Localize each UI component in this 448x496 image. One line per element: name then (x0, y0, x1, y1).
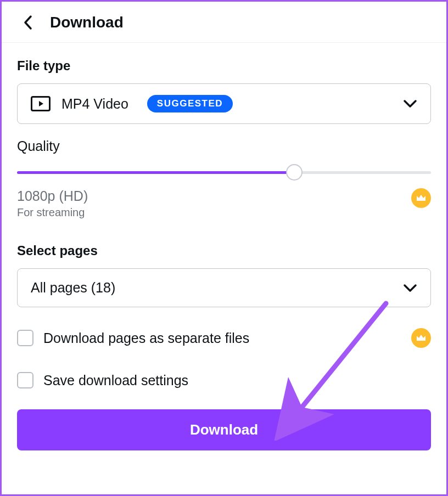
panel-header: Download (2, 2, 446, 43)
quality-section: Quality 1080p (HD) For streaming (17, 138, 431, 219)
premium-badge (411, 328, 431, 348)
panel-content: File type MP4 Video SUGGESTED Quality 10… (2, 43, 446, 450)
save-settings-label: Save download settings (43, 373, 431, 388)
quality-desc: For streaming (17, 206, 88, 219)
dropdown-content: All pages (18) (31, 280, 403, 296)
pages-section: Select pages All pages (18) (17, 243, 431, 307)
file-type-label: File type (17, 58, 431, 74)
pages-dropdown[interactable]: All pages (18) (17, 268, 431, 307)
pages-label: Select pages (17, 243, 431, 258)
slider-track (17, 171, 431, 174)
save-settings-checkbox[interactable] (17, 372, 33, 388)
file-type-value: MP4 Video (61, 96, 128, 112)
file-type-dropdown[interactable]: MP4 Video SUGGESTED (17, 83, 431, 124)
separate-files-row: Download pages as separate files (17, 328, 431, 348)
pages-value: All pages (18) (31, 280, 115, 296)
quality-text: 1080p (HD) For streaming (17, 188, 88, 219)
chevron-left-icon (23, 15, 33, 30)
quality-slider[interactable] (17, 164, 431, 181)
dropdown-content: MP4 Video SUGGESTED (31, 95, 403, 112)
download-button[interactable]: Download (17, 409, 431, 450)
premium-badge (411, 188, 431, 208)
panel-title: Download (50, 14, 124, 31)
quality-info: 1080p (HD) For streaming (17, 188, 431, 219)
slider-thumb[interactable] (286, 164, 303, 181)
video-icon (31, 96, 51, 111)
chevron-down-icon (403, 99, 417, 108)
suggested-badge: SUGGESTED (147, 95, 233, 112)
save-settings-row: Save download settings (17, 372, 431, 388)
crown-icon (416, 334, 427, 342)
quality-value: 1080p (HD) (17, 188, 88, 204)
chevron-down-icon (403, 284, 417, 292)
quality-label: Quality (17, 138, 431, 154)
separate-files-label: Download pages as separate files (43, 330, 401, 346)
back-button[interactable] (21, 16, 35, 29)
crown-icon (416, 194, 427, 202)
slider-fill (17, 171, 294, 174)
separate-files-checkbox[interactable] (17, 330, 33, 346)
